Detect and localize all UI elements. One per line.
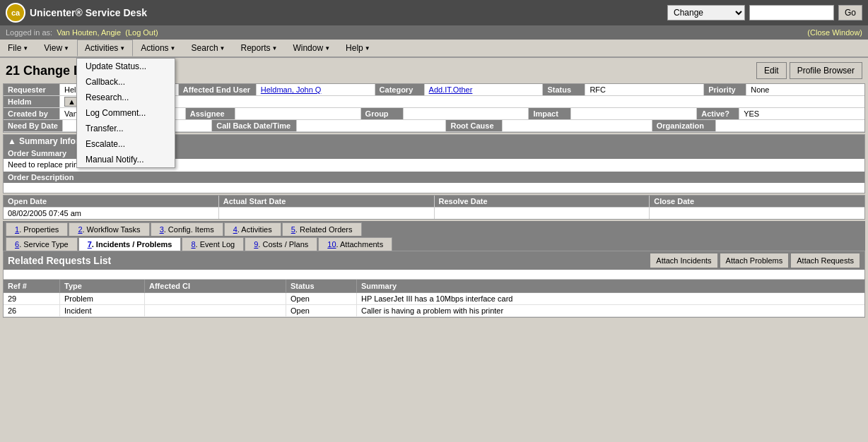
dropdown-escalate[interactable]: Escalate... bbox=[77, 136, 175, 152]
activities-arrow-icon: ▼ bbox=[119, 45, 125, 52]
menu-file[interactable]: File ▼ bbox=[0, 40, 36, 56]
menu-bar: File ▼ View ▼ Activities ▼ Actions ▼ Sea… bbox=[0, 40, 868, 58]
row2-type: Incident bbox=[60, 305, 145, 316]
dropdown-log-comment[interactable]: Log Comment... bbox=[77, 105, 175, 121]
view-arrow-icon: ▼ bbox=[64, 45, 69, 52]
category-label: Category bbox=[375, 84, 425, 95]
logout-link[interactable]: (Log Out) bbox=[125, 28, 158, 37]
requester-label: Requester bbox=[4, 84, 60, 95]
reports-arrow-icon: ▼ bbox=[272, 45, 278, 52]
tab-incidents[interactable]: 7. Incidents / Problems bbox=[78, 237, 182, 251]
tab-config[interactable]: 3. Config. Items bbox=[151, 222, 223, 236]
root-cause-value bbox=[503, 120, 652, 131]
close-window-link[interactable]: (Close Window) bbox=[807, 28, 862, 37]
affected-end-user-value[interactable]: Heldman, John Q bbox=[257, 84, 375, 95]
order-description-value bbox=[4, 183, 864, 193]
dropdown-callback[interactable]: Callback... bbox=[77, 74, 175, 90]
table-row: 26 Incident Open Caller is having a prob… bbox=[4, 305, 864, 317]
open-date-label: Open Date bbox=[4, 196, 219, 207]
search-arrow-icon: ▼ bbox=[220, 45, 225, 52]
user-link[interactable]: Van Houten, Angie bbox=[57, 28, 121, 37]
attach-problems-button[interactable]: Attach Problems bbox=[720, 253, 790, 268]
col-type-header: Type bbox=[60, 280, 145, 292]
dropdown-transfer[interactable]: Transfer... bbox=[77, 121, 175, 136]
menu-reports[interactable]: Reports ▼ bbox=[233, 40, 285, 56]
order-description-label: Order Description bbox=[4, 172, 864, 183]
tab-service-type[interactable]: 6. Service Type bbox=[6, 237, 78, 251]
status-label: Status bbox=[543, 84, 585, 95]
resolve-date-label: Resolve Date bbox=[435, 196, 650, 207]
menu-view[interactable]: View ▼ bbox=[36, 40, 77, 56]
menu-window[interactable]: Window ▼ bbox=[285, 40, 338, 56]
actions-arrow-icon: ▼ bbox=[170, 45, 176, 52]
col-ref-header: Ref # bbox=[4, 280, 60, 292]
callback-label: Call Back Date/Time bbox=[212, 120, 297, 131]
go-button[interactable]: Go bbox=[838, 5, 862, 20]
app-title: Unicenter® Service Desk bbox=[30, 7, 147, 18]
top-right-controls: Change Incident Problem Go bbox=[667, 5, 862, 20]
active-label: Active? bbox=[697, 108, 739, 119]
search-input[interactable] bbox=[749, 5, 834, 20]
tabs-row-1: 1. Properties 2. Workflow Tasks 3. Confi… bbox=[3, 221, 865, 236]
table-header: Ref # Type Affected CI Status Summary bbox=[4, 280, 864, 293]
impact-label: Impact bbox=[529, 108, 571, 119]
file-arrow-icon: ▼ bbox=[23, 45, 28, 52]
tab-related[interactable]: 5. Related Orders bbox=[282, 222, 362, 236]
active-value: YES bbox=[739, 108, 864, 119]
open-date-value: 08/02/2005 07:45 am bbox=[4, 208, 219, 219]
group-value bbox=[404, 108, 529, 119]
menu-search[interactable]: Search ▼ bbox=[184, 40, 233, 56]
tab-properties[interactable]: 1. Properties bbox=[6, 222, 68, 236]
organization-label: Organization bbox=[652, 120, 716, 131]
dropdown-research[interactable]: Research... bbox=[77, 90, 175, 105]
profile-browser-button[interactable]: Profile Browser bbox=[790, 62, 862, 79]
attach-requests-button[interactable]: Attach Requests bbox=[790, 253, 860, 268]
actual-start-value bbox=[219, 208, 435, 219]
col-status-header: Status bbox=[286, 280, 357, 292]
login-bar: Logged in as: Van Houten, Angie (Log Out… bbox=[0, 25, 868, 40]
category-value[interactable]: Add.IT.Other bbox=[425, 84, 544, 95]
help-arrow-icon: ▼ bbox=[365, 45, 370, 52]
row1-status: Open bbox=[286, 293, 357, 304]
tab-workflow[interactable]: 2. Workflow Tasks bbox=[69, 222, 149, 236]
actual-start-label: Actual Start Date bbox=[219, 196, 435, 207]
edit-button[interactable]: Edit bbox=[756, 62, 787, 79]
activities-dropdown: Update Status... Callback... Research...… bbox=[76, 58, 175, 168]
row1-ref: 29 bbox=[4, 293, 60, 304]
dropdown-update-status[interactable]: Update Status... bbox=[77, 59, 175, 74]
need-by-date-label: Need By Date bbox=[4, 120, 63, 131]
attach-incidents-button[interactable]: Attach Incidents bbox=[650, 253, 717, 268]
search-type-dropdown[interactable]: Change Incident Problem bbox=[667, 5, 745, 20]
assignee-label: Assignee bbox=[186, 108, 235, 119]
window-arrow-icon: ▼ bbox=[324, 45, 330, 52]
organization-value bbox=[716, 120, 864, 131]
dates-section: Open Date Actual Start Date Resolve Date… bbox=[3, 195, 865, 220]
tab-attachments[interactable]: 10. Attachments bbox=[318, 237, 392, 251]
affected-end-user-label: Affected End User bbox=[179, 84, 257, 95]
col-affected-ci-header: Affected CI bbox=[145, 280, 286, 292]
assignee-value bbox=[235, 108, 361, 119]
row1-type: Problem bbox=[60, 293, 145, 304]
table-row: 29 Problem Open HP LaserJet III has a 10… bbox=[4, 293, 864, 305]
tab-costs[interactable]: 9. Costs / Plans bbox=[245, 237, 317, 251]
title-buttons: Edit Profile Browser bbox=[756, 62, 862, 79]
tab-event-log[interactable]: 8. Event Log bbox=[182, 237, 244, 251]
row2-status: Open bbox=[286, 305, 357, 316]
impact-value bbox=[571, 108, 697, 119]
close-date-label: Close Date bbox=[650, 196, 864, 207]
summary-collapse-icon[interactable]: ▲ bbox=[8, 136, 16, 146]
app-logo: ca Unicenter® Service Desk bbox=[6, 3, 147, 23]
menu-activities[interactable]: Activities ▼ bbox=[77, 40, 133, 56]
tab-activities[interactable]: 4. Activities bbox=[224, 222, 281, 236]
menu-help[interactable]: Help ▼ bbox=[338, 40, 378, 56]
row2-summary: Caller is having a problem with his prin… bbox=[357, 305, 864, 316]
attach-buttons-group: Attach Incidents Attach Problems Attach … bbox=[650, 253, 860, 268]
tabs-row-2: 6. Service Type 7. Incidents / Problems … bbox=[3, 236, 865, 251]
dropdown-manual-notify[interactable]: Manual Notify... bbox=[77, 152, 175, 167]
status-value: RFC bbox=[585, 84, 704, 95]
related-requests-header: Related Requests List Attach Incidents A… bbox=[4, 251, 864, 270]
menu-actions[interactable]: Actions ▼ bbox=[133, 40, 183, 56]
heldm-label: Heldm bbox=[4, 96, 60, 107]
spacer-row bbox=[4, 270, 864, 280]
col-summary-header: Summary bbox=[357, 280, 864, 292]
